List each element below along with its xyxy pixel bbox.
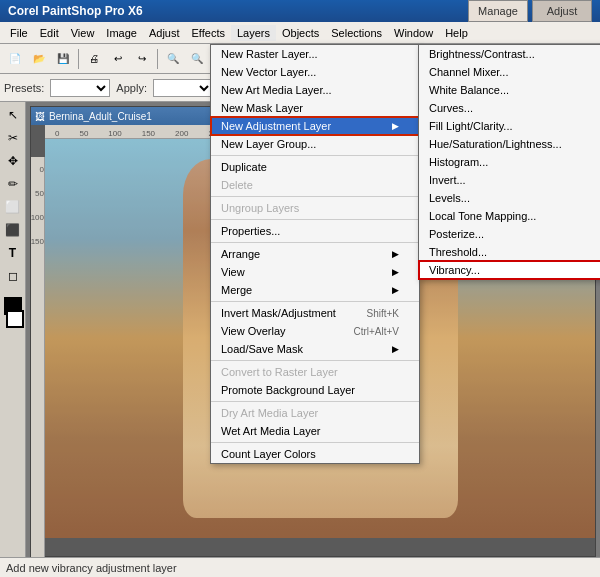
adjustment-submenu-arrow: ▶ [392, 121, 399, 131]
menu-ungroup-layers: Ungroup Layers [211, 199, 419, 217]
menu-view[interactable]: View [65, 25, 101, 41]
menu-window[interactable]: Window [388, 25, 439, 41]
adj-curves[interactable]: Curves... [419, 99, 600, 117]
status-text: Add new vibrancy adjustment layer [6, 562, 177, 574]
menu-new-mask-layer[interactable]: New Mask Layer [211, 99, 419, 117]
menu-invert-mask[interactable]: Invert Mask/Adjustment Shift+K [211, 304, 419, 322]
title-bar: Corel PaintShop Pro X6 Manage Adjust [0, 0, 600, 22]
menu-new-art-media-layer[interactable]: New Art Media Layer... [211, 81, 419, 99]
shape-tool-btn[interactable]: ◻ [2, 265, 24, 287]
select-tool-btn[interactable]: ↖ [2, 104, 24, 126]
menu-new-vector-layer[interactable]: New Vector Layer... [211, 63, 419, 81]
undo-btn[interactable]: ↩ [107, 48, 129, 70]
app-title: Corel PaintShop Pro X6 [8, 4, 143, 18]
adj-local-tone-mapping[interactable]: Local Tone Mapping... [419, 207, 600, 225]
adj-fill-light[interactable]: Fill Light/Clarity... [419, 117, 600, 135]
adj-histogram[interactable]: Histogram... [419, 153, 600, 171]
sep-8 [211, 442, 419, 443]
manage-tab[interactable]: Manage [468, 0, 528, 22]
presets-dropdown[interactable] [50, 79, 110, 97]
menu-delete: Delete [211, 176, 419, 194]
redo-btn[interactable]: ↪ [131, 48, 153, 70]
fill-tool-btn[interactable]: ⬛ [2, 219, 24, 241]
menu-arrange[interactable]: Arrange ▶ [211, 245, 419, 263]
adj-threshold[interactable]: Threshold... [419, 243, 600, 261]
adj-hue-saturation[interactable]: Hue/Saturation/Lightness... [419, 135, 600, 153]
menu-bar: File Edit View Image Adjust Effects Laye… [0, 22, 600, 44]
menu-file[interactable]: File [4, 25, 34, 41]
menu-count-layer-colors[interactable]: Count Layer Colors [211, 445, 419, 463]
background-color[interactable] [6, 310, 24, 328]
presets-label: Presets: [4, 82, 44, 94]
menu-layers[interactable]: Layers [231, 25, 276, 41]
ruler-left: 050100150 [31, 157, 45, 557]
menu-new-adjustment-layer[interactable]: New Adjustment Layer ▶ [211, 117, 419, 135]
menu-selections[interactable]: Selections [325, 25, 388, 41]
zoom-in-btn[interactable]: 🔍 [162, 48, 184, 70]
sep-1 [211, 155, 419, 156]
status-bar: Add new vibrancy adjustment layer [0, 557, 600, 577]
view-arrow: ▶ [392, 267, 399, 277]
adj-brightness-contrast[interactable]: Brightness/Contrast... [419, 45, 600, 63]
menu-convert-raster: Convert to Raster Layer [211, 363, 419, 381]
merge-arrow: ▶ [392, 285, 399, 295]
adj-invert[interactable]: Invert... [419, 171, 600, 189]
adjust-tab[interactable]: Adjust [532, 0, 592, 22]
sep-2 [211, 196, 419, 197]
menu-wet-art-media[interactable]: Wet Art Media Layer [211, 422, 419, 440]
menu-effects[interactable]: Effects [186, 25, 231, 41]
move-tool-btn[interactable]: ✥ [2, 150, 24, 172]
paint-tool-btn[interactable]: ✏ [2, 173, 24, 195]
adj-levels[interactable]: Levels... [419, 189, 600, 207]
open-btn[interactable]: 📂 [28, 48, 50, 70]
menu-duplicate[interactable]: Duplicate [211, 158, 419, 176]
mask-arrow: ▶ [392, 344, 399, 354]
apply-dropdown[interactable] [153, 79, 213, 97]
menu-merge[interactable]: Merge ▶ [211, 281, 419, 299]
menu-new-raster-layer[interactable]: New Raster Layer... [211, 45, 419, 63]
menu-view-overlay[interactable]: View Overlay Ctrl+Alt+V [211, 322, 419, 340]
adj-vibrancy[interactable]: Vibrancy... [419, 261, 600, 279]
crop-tool-btn[interactable]: ✂ [2, 127, 24, 149]
invert-shortcut: Shift+K [366, 308, 399, 319]
text-tool-btn[interactable]: T [2, 242, 24, 264]
new-btn[interactable]: 📄 [4, 48, 26, 70]
sep-5 [211, 301, 419, 302]
canvas-title: Bernina_Adult_Cruise1 [49, 111, 152, 122]
adj-posterize[interactable]: Posterize... [419, 225, 600, 243]
adj-white-balance[interactable]: White Balance... [419, 81, 600, 99]
menu-new-layer-group[interactable]: New Layer Group... [211, 135, 419, 153]
menu-properties[interactable]: Properties... [211, 222, 419, 240]
apply-label: Apply: [116, 82, 147, 94]
menu-view[interactable]: View ▶ [211, 263, 419, 281]
menu-load-save-mask[interactable]: Load/Save Mask ▶ [211, 340, 419, 358]
menu-image[interactable]: Image [100, 25, 143, 41]
sep-7 [211, 401, 419, 402]
zoom-out-btn[interactable]: 🔍 [186, 48, 208, 70]
adj-channel-mixer[interactable]: Channel Mixer... [419, 63, 600, 81]
menu-adjust[interactable]: Adjust [143, 25, 186, 41]
sep-3 [211, 219, 419, 220]
menu-promote-bg[interactable]: Promote Background Layer [211, 381, 419, 399]
print-btn[interactable]: 🖨 [83, 48, 105, 70]
sep-4 [211, 242, 419, 243]
save-btn[interactable]: 💾 [52, 48, 74, 70]
arrange-arrow: ▶ [392, 249, 399, 259]
menu-objects[interactable]: Objects [276, 25, 325, 41]
eraser-tool-btn[interactable]: ⬜ [2, 196, 24, 218]
sep-6 [211, 360, 419, 361]
left-toolbar: ↖ ✂ ✥ ✏ ⬜ ⬛ T ◻ [0, 102, 26, 557]
menu-dry-art-media: Dry Art Media Layer [211, 404, 419, 422]
layers-menu: New Raster Layer... New Vector Layer... … [210, 44, 420, 464]
overlay-shortcut: Ctrl+Alt+V [353, 326, 399, 337]
menu-help[interactable]: Help [439, 25, 474, 41]
adjustment-submenu: Brightness/Contrast... Channel Mixer... … [418, 44, 600, 280]
menu-edit[interactable]: Edit [34, 25, 65, 41]
